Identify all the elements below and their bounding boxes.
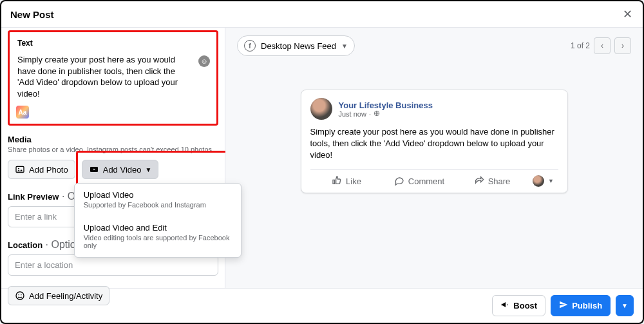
upload-video-option[interactable]: Upload Video Supported by Facebook and I… xyxy=(75,184,241,216)
upload-video-edit-option[interactable]: Upload Video and Edit Video editing tool… xyxy=(75,216,241,257)
globe-icon xyxy=(374,110,380,118)
post-preview-card: Your Lifestyle Business Just now · Simpl… xyxy=(301,90,568,193)
media-section-sub: Share photos or a video. Instagram posts… xyxy=(8,146,218,153)
feed-name: Desktop News Feed xyxy=(261,41,336,51)
close-icon: ✕ xyxy=(623,7,632,21)
smile-icon xyxy=(15,291,25,301)
link-preview-label: Link Preview xyxy=(8,192,59,202)
chevron-down-icon: ▼ xyxy=(341,43,348,50)
video-icon xyxy=(89,164,99,175)
chevron-down-icon: ▼ xyxy=(548,178,554,184)
emoji-icon: ☺ xyxy=(200,57,207,65)
text-section: Text Simply create your post here as you… xyxy=(8,30,218,126)
svg-point-4 xyxy=(18,294,19,295)
share-button[interactable]: Share xyxy=(456,170,529,193)
publish-label: Publish xyxy=(572,301,602,310)
like-label: Like xyxy=(346,176,361,186)
share-as-button[interactable]: ▼ xyxy=(529,170,558,193)
add-photo-label: Add Photo xyxy=(29,165,68,175)
upload-video-title: Upload Video xyxy=(84,190,232,200)
boost-label: Boost xyxy=(513,301,537,310)
send-icon xyxy=(559,300,568,311)
comment-label: Comment xyxy=(408,176,444,186)
add-video-label: Add Video xyxy=(103,165,142,175)
emoji-picker-button[interactable]: ☺ xyxy=(198,55,210,67)
image-icon xyxy=(15,164,25,175)
post-text-content[interactable]: Simply create your post here as you woul… xyxy=(17,54,185,99)
media-section-label: Media xyxy=(8,135,218,144)
chevron-down-icon: ▼ xyxy=(145,166,151,173)
comment-icon xyxy=(394,175,404,187)
svg-point-5 xyxy=(21,294,21,295)
add-feeling-button[interactable]: Add Feeling/Activity xyxy=(8,286,109,305)
svg-point-3 xyxy=(16,292,24,300)
chevron-down-icon: ▼ xyxy=(621,302,628,309)
svg-point-1 xyxy=(18,168,19,169)
share-label: Share xyxy=(488,176,511,186)
add-photo-button[interactable]: Add Photo xyxy=(8,160,75,179)
text-section-label: Text xyxy=(17,39,209,48)
upload-video-edit-sub: Video editing tools are supported by Fac… xyxy=(84,234,232,249)
aa-icon: Aa xyxy=(19,109,27,116)
boost-button[interactable]: Boost xyxy=(492,295,545,316)
post-page-name[interactable]: Your Lifestyle Business xyxy=(339,100,433,110)
post-body-text: Simply create your post here as you woul… xyxy=(310,126,558,162)
upload-video-edit-title: Upload Video and Edit xyxy=(84,223,232,233)
close-button[interactable]: ✕ xyxy=(621,8,634,21)
comment-button[interactable]: Comment xyxy=(383,170,456,193)
post-timestamp: Just now xyxy=(339,110,366,118)
share-icon xyxy=(474,175,484,187)
avatar xyxy=(310,98,332,120)
like-icon xyxy=(332,175,342,187)
publish-button[interactable]: Publish xyxy=(551,295,611,316)
background-picker-button[interactable]: Aa xyxy=(16,106,29,119)
location-input[interactable] xyxy=(8,254,218,276)
megaphone-icon xyxy=(500,300,509,311)
add-video-button[interactable]: Add Video ▼ xyxy=(82,160,159,179)
paging-text: 1 of 2 xyxy=(571,41,590,50)
feeling-label: Add Feeling/Activity xyxy=(29,291,102,301)
chevron-left-icon: ‹ xyxy=(601,41,603,50)
prev-page-button[interactable]: ‹ xyxy=(594,37,611,54)
upload-video-sub: Supported by Facebook and Instagram xyxy=(84,201,232,209)
feed-selector[interactable]: f Desktop News Feed ▼ xyxy=(237,35,355,56)
next-page-button[interactable]: › xyxy=(614,37,631,54)
mini-avatar xyxy=(533,175,544,187)
facebook-circle-icon: f xyxy=(244,40,256,52)
add-video-dropdown: Upload Video Supported by Facebook and I… xyxy=(74,183,242,258)
page-title: New Post xyxy=(10,9,54,20)
chevron-right-icon: › xyxy=(621,41,624,50)
publish-options-button[interactable]: ▼ xyxy=(616,295,634,316)
location-label: Location xyxy=(8,240,43,250)
like-button[interactable]: Like xyxy=(310,170,383,193)
